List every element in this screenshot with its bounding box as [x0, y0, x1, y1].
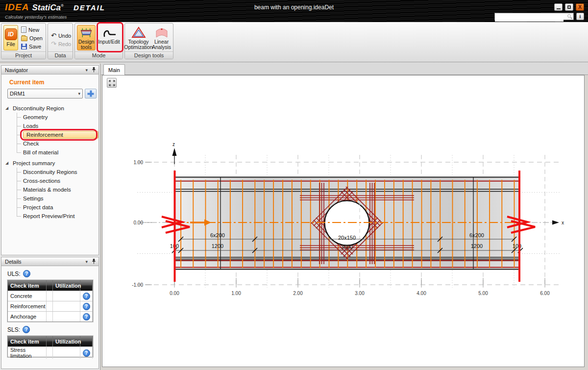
dim-zone-right: 1200	[471, 243, 483, 249]
ribbon-group-mode: Design tools Input/Edit Mode	[74, 23, 123, 59]
navigator-title: Navigator	[5, 67, 28, 73]
column-utilization: Utilization	[53, 336, 80, 346]
search-box[interactable]	[494, 13, 574, 20]
y-tick: 0.00	[134, 220, 144, 225]
panel-menu-caret-icon[interactable]: ▾	[85, 68, 88, 73]
tree-item-project-data[interactable]: Project data	[23, 203, 98, 212]
drawing-canvas[interactable]: 6x200 20x150 6x200 100 1200 3000 1200 10…	[102, 75, 585, 367]
ribbon-group-design-tools: Topology Optimization Linear Analysis De…	[124, 23, 173, 59]
group-label-mode: Mode	[75, 51, 122, 59]
tree-item-cross-sections[interactable]: Cross-sections	[23, 176, 98, 185]
dim-stirrups-middle: 20x150	[338, 235, 356, 241]
x-tick: 1.00	[231, 291, 241, 296]
table-row-reinforcement: Reinforcement ?	[8, 301, 93, 311]
design-tools-mode-button[interactable]: Design tools	[77, 25, 96, 50]
ribbon-group-project: ID File New Open Save Project	[1, 23, 46, 59]
tree-root-label: Discontinuity Region	[13, 105, 64, 111]
navigator-tree: ◢ Discontinuity Region Geometry Loads Re…	[5, 103, 98, 221]
beam-drawing: 6x200 20x150 6x200 100 1200 3000 1200 10…	[102, 75, 584, 367]
minimize-button[interactable]	[554, 3, 563, 11]
add-region-button[interactable]	[85, 89, 97, 99]
linear-analysis-button[interactable]: Linear Analysis	[152, 25, 171, 50]
current-item-combobox[interactable]: DRM1 ▾	[7, 89, 83, 99]
design-tools-icon	[79, 26, 94, 39]
topology-optimization-button[interactable]: Topology Optimization	[127, 25, 150, 50]
input-edit-label: Input/Edit	[98, 39, 120, 45]
y-tick: 1.00	[134, 160, 144, 165]
tree-item-bill-of-material[interactable]: Bill of material	[23, 148, 98, 157]
pin-icon[interactable]	[92, 258, 96, 265]
x-tick: 5.00	[478, 291, 488, 296]
topology-optimization-icon	[131, 26, 146, 39]
row-help-icon[interactable]: ?	[83, 313, 90, 321]
x-tick-labels: 0.00 1.00 2.00 3.00 4.00 5.00 6.00	[170, 291, 550, 296]
tree-item-materials-models[interactable]: Materials & models	[23, 185, 98, 194]
input-edit-button[interactable]: Input/Edit	[98, 25, 121, 50]
redo-button[interactable]: ↷ Redo	[50, 41, 72, 48]
search-icon[interactable]	[567, 14, 572, 19]
canvas-zone: Main	[101, 62, 588, 370]
row-help-icon[interactable]: ?	[83, 349, 90, 357]
new-label: New	[28, 27, 39, 33]
check-item-name: Concrete	[8, 291, 47, 301]
tree-item-label: Check	[23, 141, 39, 147]
sls-label: SLS:	[7, 326, 20, 333]
left-column: Navigator ▾ Current item DRM1 ▾ ◢ Discon…	[0, 64, 100, 370]
row-help-icon[interactable]: ?	[83, 293, 90, 300]
new-button[interactable]: New	[20, 26, 44, 33]
ribbon: ID File New Open Save Project ↶ Undo	[0, 22, 588, 62]
x-tick: 0.00	[170, 291, 179, 296]
tree-item-label: Settings	[23, 196, 44, 201]
current-item-label: Current item	[9, 79, 98, 86]
ribbon-group-data: ↶ Undo ↷ Redo Data	[48, 23, 73, 59]
save-button[interactable]: Save	[20, 43, 44, 50]
new-document-icon	[21, 26, 26, 33]
minimize-icon	[557, 8, 561, 9]
open-button[interactable]: Open	[20, 35, 44, 42]
details-panel: Details ▾ ULS: ? Check item Utilization …	[1, 257, 99, 369]
x-tick: 6.00	[540, 291, 550, 296]
file-button[interactable]: ID File	[3, 25, 18, 50]
dim-stirrups-left: 6x200	[210, 232, 225, 238]
tree-item-label: Bill of material	[23, 149, 58, 155]
navigator-header: Navigator ▾	[1, 66, 98, 74]
group-label-design-tools: Design tools	[125, 51, 173, 59]
plus-icon	[88, 91, 94, 97]
tree-item-check[interactable]: Check	[23, 139, 98, 148]
open-label: Open	[29, 35, 43, 41]
tree-item-geometry[interactable]: Geometry	[23, 113, 98, 122]
table-header-row: Check item Utilization	[8, 280, 93, 291]
close-button[interactable]: X	[576, 3, 584, 11]
pin-icon[interactable]	[92, 67, 96, 73]
zoom-extents-button[interactable]	[107, 78, 117, 88]
x-tick: 4.00	[416, 291, 426, 296]
tree-item-label: Materials & models	[23, 187, 71, 193]
topology-optimization-label: Topology Optimization	[124, 39, 152, 50]
tree-node-project-summary[interactable]: ◢ Project summary	[5, 158, 98, 168]
tab-main[interactable]: Main	[103, 64, 125, 75]
uls-check-table: Check item Utilization Concrete ? Reinfo…	[7, 280, 93, 322]
y-tick: -1.00	[132, 282, 143, 288]
tree-item-discontinuity-regions[interactable]: Discontinuity Regions	[23, 168, 98, 176]
sls-help-icon[interactable]: ?	[23, 326, 30, 333]
x-tick: 2.00	[293, 291, 303, 296]
design-tools-label: Design tools	[77, 39, 95, 50]
uls-help-icon[interactable]: ?	[23, 270, 30, 277]
tree-item-reinforcement[interactable]: Reinforcement	[23, 130, 98, 139]
info-button[interactable]: i	[576, 13, 584, 20]
tree-item-label: Discontinuity Regions	[23, 169, 77, 175]
search-input[interactable]	[495, 15, 564, 22]
expander-icon[interactable]: ◢	[5, 161, 10, 165]
x-tick: 3.00	[355, 291, 365, 296]
panel-menu-caret-icon[interactable]: ▾	[85, 259, 88, 264]
table-header-row: Check item Utilization	[8, 336, 93, 346]
linear-analysis-icon	[154, 26, 169, 39]
tree-item-loads[interactable]: Loads	[23, 122, 98, 130]
expander-icon[interactable]: ◢	[5, 106, 10, 110]
tree-item-settings[interactable]: Settings	[23, 194, 98, 203]
undo-button[interactable]: ↶ Undo	[50, 32, 72, 39]
tree-item-report-preview[interactable]: Report Preview/Print	[23, 212, 98, 221]
maximize-button[interactable]	[565, 3, 573, 11]
tree-node-discontinuity-region[interactable]: ◢ Discontinuity Region	[5, 103, 98, 113]
row-help-icon[interactable]: ?	[83, 303, 90, 310]
